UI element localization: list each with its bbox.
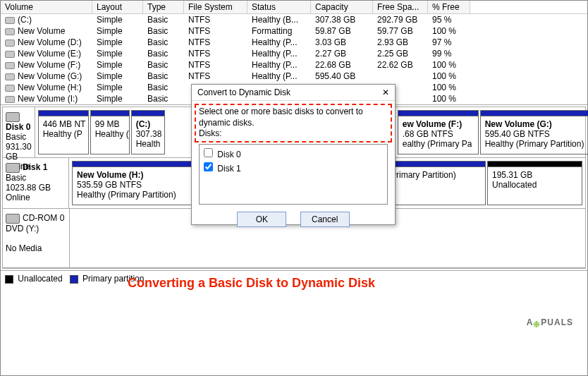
cell: 100 % <box>428 59 470 71</box>
cell: Simple <box>92 25 143 37</box>
cell: Simple <box>92 93 143 104</box>
table-row[interactable]: New Volume (D:)SimpleBasicNTFSHealthy (P… <box>1 37 587 48</box>
volume-icon <box>5 96 15 103</box>
dialog-list-label: Disks: <box>199 128 222 138</box>
cell: Basic <box>143 37 184 48</box>
cell: Basic <box>143 93 184 104</box>
dialog-disk-list: Disk 0 Disk 1 <box>199 144 388 205</box>
watermark: A❉PUALS <box>527 308 573 330</box>
volume-icon <box>5 73 15 80</box>
col-fs[interactable]: File System <box>184 1 247 13</box>
col-free[interactable]: Free Spa... <box>373 1 428 13</box>
cell: Basic <box>143 71 184 82</box>
cell: 595.40 GB <box>311 71 373 82</box>
cell: New Volume (E:) <box>1 48 92 59</box>
table-row[interactable]: New Volume (E:)SimpleBasicNTFSHealthy (P… <box>1 48 587 59</box>
cell: NTFS <box>184 14 247 25</box>
cell: Healthy (B... <box>247 14 311 25</box>
disk-checkbox[interactable] <box>204 148 213 157</box>
cell: 59.77 GB <box>373 25 428 37</box>
volume-icon <box>5 51 15 58</box>
cell: 2.25 GB <box>373 48 428 59</box>
cell: Simple <box>92 37 143 48</box>
cell: NTFS <box>184 71 247 82</box>
cell: NTFS <box>184 37 247 48</box>
partition[interactable]: (C:)307.38Health <box>131 110 165 154</box>
cell: 100 % <box>428 25 470 37</box>
watermark-pre: A <box>527 317 534 327</box>
cell: 59.87 GB <box>311 25 373 37</box>
cell: Simple <box>92 59 143 71</box>
col-pctfree[interactable]: % Free <box>428 1 470 13</box>
disk-icon <box>6 163 20 173</box>
close-icon[interactable]: ✕ <box>382 87 389 97</box>
cell: Basic <box>143 59 184 71</box>
dialog-message: Select one or more basic disks to conver… <box>199 107 363 128</box>
disk-checkbox-item[interactable]: Disk 1 <box>201 160 386 174</box>
disk-icon <box>6 112 20 122</box>
table-row[interactable]: New Volume (F:)SimpleBasicNTFSHealthy (P… <box>1 59 587 71</box>
volume-icon <box>5 85 15 92</box>
cell: Formatting <box>247 25 311 37</box>
cell: New Volume (D:) <box>1 37 92 48</box>
cdrom-info: CD-ROM 0DVD (Y:)No Media <box>3 209 70 267</box>
cdrom-icon <box>6 214 20 224</box>
cell: 100 % <box>428 93 470 104</box>
volume-icon <box>5 40 15 47</box>
cell: New Volume (G:) <box>1 71 92 82</box>
cell: 97 % <box>428 37 470 48</box>
volume-icon <box>5 28 15 35</box>
col-layout[interactable]: Layout <box>92 1 143 13</box>
ok-button[interactable]: OK <box>237 212 286 227</box>
partition[interactable]: 446 MB NTHealthy (P <box>38 110 89 154</box>
cell: 22.62 GB <box>373 59 428 71</box>
cell: NTFS <box>184 48 247 59</box>
disk-checkbox-item[interactable]: Disk 0 <box>201 146 386 160</box>
cell: NTFS <box>184 59 247 71</box>
cell <box>373 71 428 82</box>
legend-unallocated: Unallocated <box>18 274 62 284</box>
volume-icon <box>5 17 15 24</box>
cell: New Volume (I:) <box>1 93 92 104</box>
cell: Healthy (P... <box>247 59 311 71</box>
partition[interactable]: ew Volume (F:).68 GB NTFSealthy (Primary… <box>398 110 479 154</box>
col-capacity[interactable]: Capacity <box>311 1 373 13</box>
table-row[interactable]: New Volume (G:)SimpleBasicNTFSHealthy (P… <box>1 71 587 82</box>
col-volume[interactable]: Volume <box>1 1 92 13</box>
col-type[interactable]: Type <box>143 1 184 13</box>
cancel-button[interactable]: Cancel <box>300 212 350 227</box>
col-status[interactable]: Status <box>247 1 311 13</box>
swatch-primary <box>70 275 78 284</box>
cell: Simple <box>92 48 143 59</box>
cell: 99 % <box>428 48 470 59</box>
dialog-title: Convert to Dynamic Disk <box>197 87 290 97</box>
cell: Healthy (P... <box>247 71 311 82</box>
cell: Healthy (P... <box>247 48 311 59</box>
disk-info: Disk 0Basic931.30 GBOnline <box>3 107 35 157</box>
cell: 100 % <box>428 71 470 82</box>
convert-dialog: Convert to Dynamic Disk ✕ Select one or … <box>191 84 396 225</box>
cell: Simple <box>92 82 143 93</box>
partition[interactable]: 195.31 GBUnallocated <box>487 161 582 205</box>
annotation-caption: Converting a Basic Disk to Dynamic Disk <box>128 276 375 291</box>
cell: Simple <box>92 14 143 25</box>
cell: Basic <box>143 25 184 37</box>
volume-list-header: Volume Layout Type File System Status Ca… <box>1 1 587 14</box>
cell: 307.38 GB <box>311 14 373 25</box>
disk-checkbox[interactable] <box>204 162 213 171</box>
cell: New Volume (F:) <box>1 59 92 71</box>
cell: 292.79 GB <box>373 14 428 25</box>
cell: 2.27 GB <box>311 48 373 59</box>
table-row[interactable]: (C:)SimpleBasicNTFSHealthy (B...307.38 G… <box>1 14 587 25</box>
cell: Simple <box>92 71 143 82</box>
leaf-icon: ❉ <box>533 320 541 329</box>
cell: 2.93 GB <box>373 37 428 48</box>
cell: New Volume (H:) <box>1 82 92 93</box>
volume-icon <box>5 62 15 69</box>
partition[interactable]: New Volume (G:)595.40 GB NTFSHealthy (Pr… <box>480 110 588 154</box>
cell: 95 % <box>428 14 470 25</box>
partition[interactable]: 99 MBHealthy ( <box>90 110 130 154</box>
cell: (C:) <box>1 14 92 25</box>
table-row[interactable]: New VolumeSimpleBasicNTFSFormatting59.87… <box>1 25 587 37</box>
cell: 3.03 GB <box>311 37 373 48</box>
